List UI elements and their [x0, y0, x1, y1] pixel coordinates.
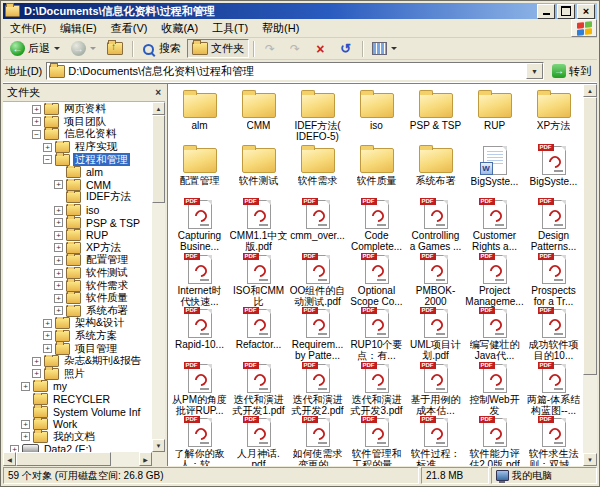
file-item[interactable]: PDFOO组件的自 动测试.pdf — [288, 253, 347, 308]
address-combo[interactable]: D:\Documents\信息化资料\过程和管理 ▼ — [46, 62, 544, 80]
menu-item[interactable]: 查看(V) — [104, 20, 155, 37]
tree-item[interactable]: +软件质量 — [3, 292, 152, 305]
file-item[interactable]: PDF迭代和演进 式开发3.pdf — [347, 362, 406, 417]
views-dropdown-icon[interactable] — [391, 47, 397, 50]
folder-item[interactable]: XP方法 — [524, 89, 583, 144]
menu-item[interactable]: 帮助(H) — [255, 20, 306, 37]
tree-item[interactable]: +程序实现 — [3, 141, 152, 154]
scroll-left-icon[interactable]: ◀ — [3, 452, 16, 466]
expand-icon[interactable]: + — [54, 218, 63, 227]
file-item[interactable]: PDF迭代和演进 式开发1.pdf — [229, 362, 288, 417]
sidebar-close-icon[interactable]: × — [155, 87, 161, 98]
folder-item[interactable]: 系统布署 — [406, 144, 465, 199]
file-item[interactable]: PDFInternet时 代快速... — [170, 253, 229, 308]
file-item[interactable]: PDFISO和CMM比 较.pdf — [229, 253, 288, 308]
maximize-button[interactable] — [557, 4, 575, 19]
move-to-button[interactable]: ↷ — [258, 40, 282, 58]
folder-item[interactable]: CMM — [229, 89, 288, 144]
sidebar-vertical-scrollbar[interactable]: ▲ ▼ — [152, 102, 165, 452]
tree-item[interactable]: +iso — [3, 204, 152, 217]
tree-item[interactable]: +配置管理 — [3, 254, 152, 267]
tree-item[interactable]: +项目管理 — [3, 342, 152, 355]
file-item[interactable]: WBigSyste... — [465, 144, 524, 199]
file-item[interactable]: PDF从PM的角度 批评RUP... — [170, 362, 229, 417]
folder-item[interactable]: 配置管理 — [170, 144, 229, 199]
collapse-icon[interactable]: − — [32, 130, 41, 139]
file-item[interactable]: PDFRUP10个要 点：有... — [347, 307, 406, 362]
expand-icon[interactable]: + — [54, 281, 63, 290]
file-item[interactable]: PDF如何使需求 变更的... — [288, 416, 347, 466]
scroll-up-icon[interactable]: ▲ — [583, 84, 597, 97]
menu-item[interactable]: 文件(F) — [3, 20, 53, 37]
folder-item[interactable]: 软件质量 — [347, 144, 406, 199]
file-item[interactable]: PDF软件能力评 估2.0版.pdf — [465, 416, 524, 466]
forward-dropdown-icon[interactable] — [90, 47, 96, 50]
menu-item[interactable]: 编辑(E) — [53, 20, 104, 37]
expand-icon[interactable]: + — [32, 117, 41, 126]
folder-item[interactable]: 软件测试 — [229, 144, 288, 199]
folder-item[interactable]: IDEF方法( IDEFO-5) — [288, 89, 347, 144]
folder-item[interactable]: iso — [347, 89, 406, 144]
file-item[interactable]: PDF软件管理和 工程的量... — [347, 416, 406, 466]
tree-item[interactable]: RECYCLER — [3, 393, 152, 406]
collapse-icon[interactable]: − — [43, 155, 52, 164]
menu-item[interactable]: 收藏(A) — [154, 20, 205, 37]
folder-item[interactable]: alm — [170, 89, 229, 144]
file-item[interactable]: PDFCMM1.1中文 版.pdf — [229, 198, 288, 253]
file-item[interactable]: PDF迭代和演进 式开发2.pdf — [288, 362, 347, 417]
file-item[interactable]: PDF两篇-体系结 构蓝图--... — [524, 362, 583, 417]
file-item[interactable]: PDFRapid-10... — [170, 307, 229, 362]
tree-item[interactable]: alm — [3, 166, 152, 179]
tree-item[interactable]: +XP方法 — [3, 242, 152, 255]
tree-item[interactable]: +RUP — [3, 229, 152, 242]
tree-item[interactable]: +软件测试 — [3, 267, 152, 280]
tree-item[interactable]: +网页资料 — [3, 103, 152, 116]
tree-item[interactable]: +软件需求 — [3, 279, 152, 292]
tree-item[interactable]: +my — [3, 380, 152, 393]
expand-icon[interactable]: + — [32, 357, 41, 366]
expand-icon[interactable]: + — [21, 382, 30, 391]
file-item[interactable]: PDFControlling a Games ... — [406, 198, 465, 253]
file-item[interactable]: PDF人月神话. pdf — [229, 416, 288, 466]
expand-icon[interactable]: + — [21, 432, 30, 441]
expand-icon[interactable]: + — [54, 294, 63, 303]
scroll-right-icon[interactable]: ▶ — [139, 452, 152, 466]
close-button[interactable]: × — [577, 4, 595, 19]
expand-icon[interactable]: + — [54, 243, 63, 252]
file-item[interactable]: PDFProject Manageme... — [465, 253, 524, 308]
folder-item[interactable]: 软件需求 — [288, 144, 347, 199]
file-item[interactable]: PDFUML项目计 划.pdf — [406, 307, 465, 362]
undo-button[interactable]: ↺ — [333, 41, 358, 57]
expand-icon[interactable]: + — [10, 445, 19, 452]
scrollbar-thumb[interactable] — [16, 452, 111, 466]
scrollbar-track[interactable] — [152, 203, 165, 439]
tree-item[interactable]: +照片 — [3, 367, 152, 380]
delete-button[interactable]: × — [308, 41, 332, 57]
tree-item[interactable]: −信息化资料 — [3, 128, 152, 141]
file-item[interactable]: PDFCode Complete... — [347, 198, 406, 253]
expand-icon[interactable]: + — [43, 344, 52, 353]
file-item[interactable]: PDFCustomer Rights a... — [465, 198, 524, 253]
tree-item[interactable]: +我的文档 — [3, 430, 152, 443]
scrollbar-track[interactable] — [583, 375, 597, 453]
file-item[interactable]: PDFCapturing Busine... — [170, 198, 229, 253]
file-item[interactable]: PDF了解你的敌 人：软... — [170, 416, 229, 466]
folders-button[interactable]: 文件夹 — [187, 39, 249, 58]
file-item[interactable]: PDF控制Web开发 的混乱.pdf — [465, 362, 524, 417]
address-dropdown-button[interactable]: ▼ — [526, 63, 543, 79]
file-item[interactable]: PDFRefactor... — [229, 307, 288, 362]
file-item[interactable]: PDF基于用例的 成本估... — [406, 362, 465, 417]
expand-icon[interactable]: + — [43, 143, 52, 152]
file-item[interactable]: PDFcmm_over... — [288, 198, 347, 253]
copy-to-button[interactable]: ↷ — [283, 40, 307, 58]
file-item[interactable]: PDFPMBOK- 2000 版本.pdf — [406, 253, 465, 308]
tree-item[interactable]: +Data2 (E:) — [3, 443, 152, 452]
tree-item[interactable]: +CMM — [3, 179, 152, 192]
back-button[interactable]: ← 后退 — [5, 39, 65, 58]
minimize-button[interactable] — [537, 4, 555, 19]
file-item[interactable]: PDF软件过程： 标准、... — [406, 416, 465, 466]
scroll-down-icon[interactable]: ▼ — [583, 453, 597, 466]
expand-icon[interactable]: + — [54, 269, 63, 278]
tree-item[interactable]: +杂志&期刊&报告 — [3, 355, 152, 368]
file-item[interactable]: PDF软件求生法 则：双城... — [524, 416, 583, 466]
